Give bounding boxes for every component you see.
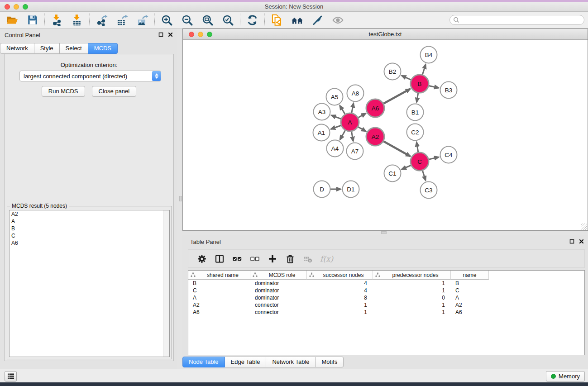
column-header-predecessor-nodes[interactable]: predecessor nodes [373, 271, 451, 280]
close-window-button[interactable] [5, 4, 10, 10]
double-house-icon[interactable] [291, 14, 303, 26]
list-item[interactable]: C [10, 232, 169, 239]
list-item[interactable]: B [10, 225, 169, 232]
table-cell[interactable]: A [188, 295, 250, 301]
optimization-criterion-select[interactable]: largest connected component (directed) [19, 71, 161, 81]
table-row[interactable]: A6connector11A6 [188, 309, 584, 316]
list-item[interactable]: A2 [10, 210, 169, 218]
table-panel-tabs: Node TableEdge TableNetwork TableMotifs [182, 357, 588, 367]
table-cell[interactable]: A6 [188, 309, 250, 315]
eye-icon[interactable] [332, 14, 344, 26]
vertical-divider-handle[interactable] [179, 196, 182, 201]
table-row[interactable]: Cdominator41C [188, 287, 584, 294]
tab-network-table[interactable]: Network Table [266, 357, 316, 367]
add-column-icon[interactable] [267, 253, 278, 264]
table-cell[interactable]: B [451, 280, 489, 286]
table-row[interactable]: Adominator80A [188, 294, 584, 301]
documents-network-icon[interactable] [271, 14, 283, 26]
table-cell[interactable]: connector [250, 302, 307, 308]
table-cell[interactable]: 1 [307, 309, 373, 315]
column-header-name[interactable]: name [451, 271, 489, 280]
import-table-icon[interactable] [71, 14, 83, 26]
split-table-icon[interactable] [214, 253, 225, 264]
column-header-shared-name[interactable]: shared name [188, 271, 250, 280]
network-minimize-button[interactable] [198, 32, 203, 37]
table-cell[interactable]: A6 [451, 309, 489, 315]
table-cell[interactable]: 4 [307, 280, 373, 286]
table-cell[interactable]: 4 [307, 287, 373, 294]
table-cell[interactable]: dominator [250, 280, 307, 286]
table-cell[interactable]: C [451, 287, 489, 294]
export-network-icon[interactable] [96, 14, 108, 26]
export-image-icon[interactable] [136, 14, 148, 26]
mcds-tab-content: Optimization criterion: largest connecte… [4, 54, 174, 361]
network-close-button[interactable] [189, 32, 194, 37]
network-window-titlebar[interactable]: testGlobe.txt [183, 29, 588, 40]
export-table-icon[interactable] [116, 14, 128, 26]
apply-layout-icon[interactable] [246, 14, 258, 26]
table-cell[interactable]: dominator [250, 287, 307, 294]
zoom-window-button[interactable] [23, 4, 28, 10]
tab-network[interactable]: Network [0, 43, 34, 54]
column-header-successor-nodes[interactable]: successor nodes [307, 271, 373, 280]
network-canvas[interactable]: AA1A2A3A4A5A6A7A8BB1B2B3B4CC1C2C3C4DD1 [183, 40, 588, 230]
table-row[interactable]: A2connector11A2 [188, 301, 584, 309]
list-item[interactable]: A6 [10, 239, 169, 247]
save-session-icon[interactable] [26, 14, 38, 26]
node-label-C4: C4 [445, 152, 453, 158]
mcds-result-items: A2ABCA6 [10, 210, 169, 247]
table-cell[interactable]: 1 [373, 287, 451, 294]
delete-table-icon [302, 253, 313, 264]
zoom-selected-icon[interactable] [222, 14, 234, 26]
unselect-all-columns-icon[interactable] [249, 253, 260, 264]
search-icon [453, 17, 459, 23]
table-row[interactable]: Bdominator41B [188, 280, 584, 287]
tab-node-table[interactable]: Node Table [182, 357, 225, 367]
brush-slash-icon[interactable] [311, 14, 324, 26]
column-header-mcds-role[interactable]: MCDS role [250, 271, 307, 280]
table-cell[interactable]: C [188, 287, 250, 294]
zoom-out-icon[interactable] [181, 14, 193, 26]
import-network-icon[interactable] [51, 14, 63, 26]
column-tree-icon [375, 272, 380, 277]
open-session-icon[interactable] [6, 14, 18, 26]
list-item[interactable]: A [10, 218, 169, 225]
window-titlebar[interactable]: Session: New Session [0, 2, 588, 12]
tab-edge-table[interactable]: Edge Table [225, 357, 267, 367]
table-options-icon[interactable] [196, 253, 207, 264]
tab-motifs[interactable]: Motifs [316, 357, 344, 367]
table-cell[interactable]: B [188, 280, 250, 286]
float-panel-icon[interactable] [569, 239, 574, 244]
horizontal-divider-handle[interactable] [381, 231, 387, 234]
zoom-in-icon[interactable] [161, 14, 173, 26]
table-cell[interactable]: 1 [307, 302, 373, 308]
search-input[interactable] [449, 15, 584, 25]
run-mcds-button[interactable]: Run MCDS [42, 86, 85, 97]
minimize-window-button[interactable] [14, 4, 19, 10]
delete-columns-icon[interactable] [285, 253, 296, 264]
table-cell[interactable]: 0 [373, 295, 451, 301]
window-resize-grip[interactable] [581, 224, 587, 230]
close-panel-icon[interactable] [168, 32, 173, 37]
close-panel-button[interactable]: Close panel [92, 86, 137, 97]
result-list-scrollbar[interactable] [163, 210, 169, 357]
table-cell[interactable]: A [451, 295, 489, 301]
tab-select[interactable]: Select [60, 43, 88, 54]
close-panel-icon[interactable] [579, 239, 584, 244]
table-cell[interactable]: 1 [373, 309, 451, 315]
table-cell[interactable]: 1 [373, 280, 451, 286]
table-cell[interactable]: connector [250, 309, 307, 315]
memory-button[interactable]: Memory [546, 371, 585, 381]
table-cell[interactable]: dominator [250, 295, 307, 301]
network-zoom-button[interactable] [207, 32, 212, 37]
table-cell[interactable]: 8 [307, 295, 373, 301]
float-panel-icon[interactable] [158, 32, 163, 37]
select-all-columns-icon[interactable] [232, 253, 243, 264]
tab-mcds[interactable]: MCDS [88, 43, 118, 54]
show-log-button[interactable] [5, 371, 17, 381]
tab-style[interactable]: Style [34, 43, 60, 54]
zoom-fit-icon[interactable] [201, 14, 214, 26]
table-cell[interactable]: A2 [188, 302, 250, 308]
table-cell[interactable]: A2 [451, 302, 489, 308]
table-cell[interactable]: 1 [373, 302, 451, 308]
